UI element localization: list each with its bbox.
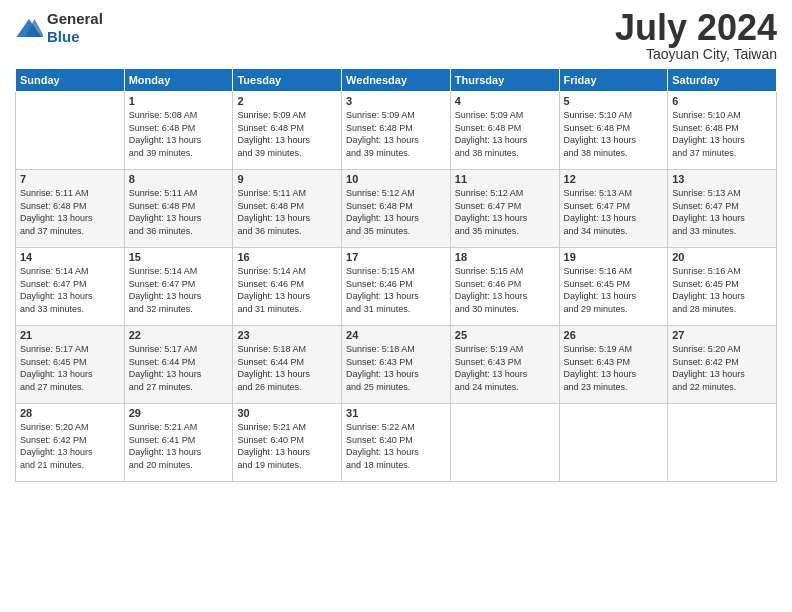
- header-cell-wednesday: Wednesday: [342, 69, 451, 92]
- day-info: Sunrise: 5:14 AM Sunset: 6:47 PM Dayligh…: [20, 265, 120, 315]
- day-number: 4: [455, 95, 555, 107]
- day-number: 2: [237, 95, 337, 107]
- day-info: Sunrise: 5:11 AM Sunset: 6:48 PM Dayligh…: [237, 187, 337, 237]
- calendar-cell: 16Sunrise: 5:14 AM Sunset: 6:46 PM Dayli…: [233, 248, 342, 326]
- calendar-header: SundayMondayTuesdayWednesdayThursdayFrid…: [16, 69, 777, 92]
- day-number: 26: [564, 329, 664, 341]
- day-number: 14: [20, 251, 120, 263]
- calendar-cell: [668, 404, 777, 482]
- calendar-cell: 24Sunrise: 5:18 AM Sunset: 6:43 PM Dayli…: [342, 326, 451, 404]
- calendar-cell: [450, 404, 559, 482]
- day-info: Sunrise: 5:19 AM Sunset: 6:43 PM Dayligh…: [455, 343, 555, 393]
- day-number: 7: [20, 173, 120, 185]
- day-number: 8: [129, 173, 229, 185]
- calendar-cell: 13Sunrise: 5:13 AM Sunset: 6:47 PM Dayli…: [668, 170, 777, 248]
- day-number: 21: [20, 329, 120, 341]
- header-cell-monday: Monday: [124, 69, 233, 92]
- day-info: Sunrise: 5:20 AM Sunset: 6:42 PM Dayligh…: [672, 343, 772, 393]
- calendar-cell: 1Sunrise: 5:08 AM Sunset: 6:48 PM Daylig…: [124, 92, 233, 170]
- calendar-cell: 5Sunrise: 5:10 AM Sunset: 6:48 PM Daylig…: [559, 92, 668, 170]
- calendar-cell: 3Sunrise: 5:09 AM Sunset: 6:48 PM Daylig…: [342, 92, 451, 170]
- day-info: Sunrise: 5:14 AM Sunset: 6:47 PM Dayligh…: [129, 265, 229, 315]
- day-info: Sunrise: 5:21 AM Sunset: 6:40 PM Dayligh…: [237, 421, 337, 471]
- page: General Blue July 2024 Taoyuan City, Tai…: [0, 0, 792, 612]
- calendar-cell: [16, 92, 125, 170]
- day-info: Sunrise: 5:12 AM Sunset: 6:47 PM Dayligh…: [455, 187, 555, 237]
- day-info: Sunrise: 5:10 AM Sunset: 6:48 PM Dayligh…: [564, 109, 664, 159]
- calendar-cell: 26Sunrise: 5:19 AM Sunset: 6:43 PM Dayli…: [559, 326, 668, 404]
- day-number: 22: [129, 329, 229, 341]
- calendar-cell: 21Sunrise: 5:17 AM Sunset: 6:45 PM Dayli…: [16, 326, 125, 404]
- day-info: Sunrise: 5:21 AM Sunset: 6:41 PM Dayligh…: [129, 421, 229, 471]
- week-row-1: 7Sunrise: 5:11 AM Sunset: 6:48 PM Daylig…: [16, 170, 777, 248]
- day-number: 11: [455, 173, 555, 185]
- calendar-cell: 28Sunrise: 5:20 AM Sunset: 6:42 PM Dayli…: [16, 404, 125, 482]
- day-info: Sunrise: 5:17 AM Sunset: 6:44 PM Dayligh…: [129, 343, 229, 393]
- day-info: Sunrise: 5:15 AM Sunset: 6:46 PM Dayligh…: [455, 265, 555, 315]
- calendar-cell: 15Sunrise: 5:14 AM Sunset: 6:47 PM Dayli…: [124, 248, 233, 326]
- day-info: Sunrise: 5:20 AM Sunset: 6:42 PM Dayligh…: [20, 421, 120, 471]
- day-info: Sunrise: 5:16 AM Sunset: 6:45 PM Dayligh…: [672, 265, 772, 315]
- day-number: 30: [237, 407, 337, 419]
- day-info: Sunrise: 5:09 AM Sunset: 6:48 PM Dayligh…: [237, 109, 337, 159]
- calendar-cell: 4Sunrise: 5:09 AM Sunset: 6:48 PM Daylig…: [450, 92, 559, 170]
- week-row-3: 21Sunrise: 5:17 AM Sunset: 6:45 PM Dayli…: [16, 326, 777, 404]
- logo-icon: [15, 17, 43, 39]
- calendar-cell: [559, 404, 668, 482]
- day-number: 31: [346, 407, 446, 419]
- header-cell-friday: Friday: [559, 69, 668, 92]
- day-info: Sunrise: 5:15 AM Sunset: 6:46 PM Dayligh…: [346, 265, 446, 315]
- day-number: 20: [672, 251, 772, 263]
- day-number: 29: [129, 407, 229, 419]
- day-number: 10: [346, 173, 446, 185]
- day-info: Sunrise: 5:11 AM Sunset: 6:48 PM Dayligh…: [20, 187, 120, 237]
- day-number: 6: [672, 95, 772, 107]
- day-number: 19: [564, 251, 664, 263]
- day-info: Sunrise: 5:13 AM Sunset: 6:47 PM Dayligh…: [672, 187, 772, 237]
- calendar-cell: 10Sunrise: 5:12 AM Sunset: 6:48 PM Dayli…: [342, 170, 451, 248]
- calendar-cell: 22Sunrise: 5:17 AM Sunset: 6:44 PM Dayli…: [124, 326, 233, 404]
- day-number: 5: [564, 95, 664, 107]
- header-cell-saturday: Saturday: [668, 69, 777, 92]
- calendar-cell: 20Sunrise: 5:16 AM Sunset: 6:45 PM Dayli…: [668, 248, 777, 326]
- calendar-cell: 17Sunrise: 5:15 AM Sunset: 6:46 PM Dayli…: [342, 248, 451, 326]
- header-cell-tuesday: Tuesday: [233, 69, 342, 92]
- day-number: 17: [346, 251, 446, 263]
- day-info: Sunrise: 5:13 AM Sunset: 6:47 PM Dayligh…: [564, 187, 664, 237]
- day-info: Sunrise: 5:17 AM Sunset: 6:45 PM Dayligh…: [20, 343, 120, 393]
- week-row-0: 1Sunrise: 5:08 AM Sunset: 6:48 PM Daylig…: [16, 92, 777, 170]
- calendar-table: SundayMondayTuesdayWednesdayThursdayFrid…: [15, 68, 777, 482]
- calendar-cell: 31Sunrise: 5:22 AM Sunset: 6:40 PM Dayli…: [342, 404, 451, 482]
- calendar-cell: 19Sunrise: 5:16 AM Sunset: 6:45 PM Dayli…: [559, 248, 668, 326]
- day-info: Sunrise: 5:12 AM Sunset: 6:48 PM Dayligh…: [346, 187, 446, 237]
- day-number: 16: [237, 251, 337, 263]
- location-subtitle: Taoyuan City, Taiwan: [615, 46, 777, 62]
- day-info: Sunrise: 5:14 AM Sunset: 6:46 PM Dayligh…: [237, 265, 337, 315]
- calendar-cell: 18Sunrise: 5:15 AM Sunset: 6:46 PM Dayli…: [450, 248, 559, 326]
- day-number: 9: [237, 173, 337, 185]
- day-info: Sunrise: 5:09 AM Sunset: 6:48 PM Dayligh…: [455, 109, 555, 159]
- day-info: Sunrise: 5:09 AM Sunset: 6:48 PM Dayligh…: [346, 109, 446, 159]
- day-number: 13: [672, 173, 772, 185]
- day-number: 18: [455, 251, 555, 263]
- calendar-body: 1Sunrise: 5:08 AM Sunset: 6:48 PM Daylig…: [16, 92, 777, 482]
- calendar-cell: 12Sunrise: 5:13 AM Sunset: 6:47 PM Dayli…: [559, 170, 668, 248]
- day-info: Sunrise: 5:08 AM Sunset: 6:48 PM Dayligh…: [129, 109, 229, 159]
- day-number: 27: [672, 329, 772, 341]
- day-number: 28: [20, 407, 120, 419]
- day-number: 12: [564, 173, 664, 185]
- day-info: Sunrise: 5:22 AM Sunset: 6:40 PM Dayligh…: [346, 421, 446, 471]
- week-row-4: 28Sunrise: 5:20 AM Sunset: 6:42 PM Dayli…: [16, 404, 777, 482]
- header: General Blue July 2024 Taoyuan City, Tai…: [15, 10, 777, 62]
- calendar-cell: 6Sunrise: 5:10 AM Sunset: 6:48 PM Daylig…: [668, 92, 777, 170]
- week-row-2: 14Sunrise: 5:14 AM Sunset: 6:47 PM Dayli…: [16, 248, 777, 326]
- day-number: 3: [346, 95, 446, 107]
- header-cell-sunday: Sunday: [16, 69, 125, 92]
- day-info: Sunrise: 5:11 AM Sunset: 6:48 PM Dayligh…: [129, 187, 229, 237]
- calendar-cell: 7Sunrise: 5:11 AM Sunset: 6:48 PM Daylig…: [16, 170, 125, 248]
- logo: General Blue: [15, 10, 103, 46]
- calendar-cell: 9Sunrise: 5:11 AM Sunset: 6:48 PM Daylig…: [233, 170, 342, 248]
- day-number: 15: [129, 251, 229, 263]
- calendar-cell: 14Sunrise: 5:14 AM Sunset: 6:47 PM Dayli…: [16, 248, 125, 326]
- calendar-cell: 11Sunrise: 5:12 AM Sunset: 6:47 PM Dayli…: [450, 170, 559, 248]
